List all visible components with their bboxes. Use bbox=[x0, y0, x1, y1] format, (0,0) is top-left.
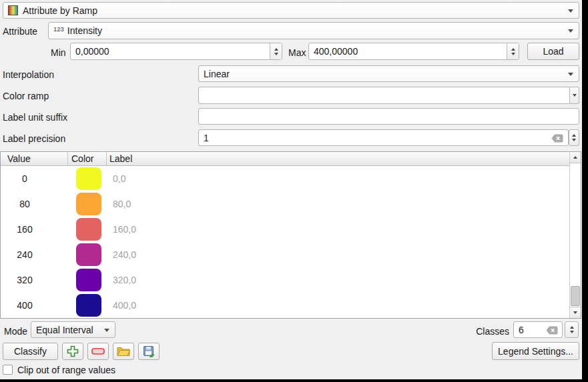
color-ramp-renderer-icon bbox=[8, 5, 18, 15]
class-label[interactable]: 0,0 bbox=[113, 166, 125, 191]
chevron-down-icon bbox=[568, 9, 573, 13]
add-class-button[interactable] bbox=[62, 343, 83, 360]
attribute-select[interactable]: 123 Intensity bbox=[48, 22, 579, 39]
mode-label: Mode bbox=[4, 326, 27, 337]
class-color-swatch[interactable] bbox=[76, 167, 101, 190]
scroll-up-button[interactable] bbox=[570, 152, 581, 163]
classes-table-body: 00,08080,0160160,0240240,0320320,0400400… bbox=[1, 166, 569, 318]
class-value[interactable]: 160 bbox=[1, 217, 49, 242]
table-vertical-scrollbar[interactable] bbox=[569, 152, 581, 318]
classes-label: Classes bbox=[440, 326, 509, 337]
numeric-field-icon: 123 bbox=[53, 25, 64, 33]
table-row[interactable]: 160160,0 bbox=[1, 217, 569, 242]
chevron-down-icon bbox=[573, 94, 577, 97]
header-color[interactable]: Color bbox=[68, 152, 107, 165]
min-spinbox[interactable] bbox=[70, 43, 282, 60]
label-precision-spin-buttons[interactable] bbox=[569, 129, 579, 146]
color-ramp-menu-button[interactable] bbox=[570, 87, 579, 104]
mode-value: Equal Interval bbox=[36, 325, 93, 335]
bottom-edge-strip bbox=[0, 379, 588, 382]
label-precision-input[interactable] bbox=[199, 130, 568, 145]
class-color-swatch[interactable] bbox=[76, 193, 101, 215]
class-label[interactable]: 240,0 bbox=[113, 242, 136, 267]
attribute-by-ramp-panel: Attribute by Ramp Attribute 123 Intensit… bbox=[0, 0, 588, 382]
class-value[interactable]: 400 bbox=[1, 293, 49, 318]
mode-select[interactable]: Equal Interval bbox=[31, 321, 115, 338]
min-input[interactable] bbox=[71, 43, 282, 59]
spin-up-icon[interactable] bbox=[572, 134, 576, 137]
folder-icon bbox=[117, 346, 130, 357]
clip-out-of-range-label: Clip out of range values bbox=[17, 365, 115, 375]
class-value[interactable]: 80 bbox=[1, 191, 49, 217]
table-row[interactable]: 240240,0 bbox=[1, 242, 569, 267]
header-value[interactable]: Value bbox=[1, 152, 68, 165]
spin-up-icon[interactable] bbox=[511, 48, 515, 51]
class-color-swatch[interactable] bbox=[76, 243, 101, 266]
load-classes-button[interactable] bbox=[113, 343, 134, 360]
scroll-down-icon bbox=[573, 311, 577, 314]
class-color-swatch[interactable] bbox=[76, 269, 101, 291]
min-spin-buttons[interactable] bbox=[270, 43, 282, 59]
scroll-down-button[interactable] bbox=[570, 307, 581, 318]
class-value[interactable]: 0 bbox=[1, 166, 49, 191]
spin-up-icon[interactable] bbox=[570, 326, 574, 329]
color-ramp-preview[interactable] bbox=[198, 87, 570, 104]
color-ramp-button[interactable] bbox=[198, 87, 579, 104]
max-spinbox[interactable] bbox=[308, 43, 519, 60]
class-value[interactable]: 240 bbox=[1, 242, 49, 267]
chevron-down-icon bbox=[104, 329, 109, 332]
class-label[interactable]: 400,0 bbox=[113, 293, 136, 318]
clear-field-icon[interactable] bbox=[551, 134, 563, 143]
classes-field[interactable] bbox=[513, 321, 563, 338]
interpolation-label: Interpolation bbox=[3, 69, 54, 80]
remove-class-button[interactable] bbox=[87, 343, 109, 360]
max-spin-buttons[interactable] bbox=[507, 43, 519, 59]
scrollbar-thumb[interactable] bbox=[571, 286, 580, 306]
renderer-type-select[interactable]: Attribute by Ramp bbox=[3, 2, 579, 19]
class-color-swatch[interactable] bbox=[76, 218, 101, 241]
classes-spin-buttons[interactable] bbox=[565, 321, 579, 338]
spin-down-icon[interactable] bbox=[570, 331, 574, 333]
max-label: Max bbox=[288, 47, 306, 58]
classify-button[interactable]: Classify bbox=[3, 343, 58, 360]
attribute-value: Intensity bbox=[67, 25, 102, 36]
attribute-label: Attribute bbox=[3, 26, 37, 37]
class-label[interactable]: 80,0 bbox=[113, 191, 131, 217]
plus-icon bbox=[67, 345, 79, 357]
spin-up-icon[interactable] bbox=[274, 48, 278, 51]
right-edge-strip bbox=[582, 0, 588, 382]
save-classes-button[interactable] bbox=[138, 343, 160, 360]
table-row[interactable]: 400400,0 bbox=[1, 293, 569, 318]
color-ramp-label: Color ramp bbox=[3, 91, 49, 101]
load-button[interactable]: Load bbox=[527, 43, 579, 60]
label-unit-suffix-label: Label unit suffix bbox=[3, 112, 67, 123]
renderer-settings-dialog: Attribute by Ramp Attribute 123 Intensit… bbox=[0, 0, 582, 379]
interpolation-select[interactable]: Linear bbox=[198, 65, 579, 82]
renderer-type-value: Attribute by Ramp bbox=[23, 5, 97, 16]
label-unit-suffix-field[interactable] bbox=[198, 108, 579, 125]
clear-field-icon[interactable] bbox=[546, 326, 558, 335]
legend-settings-button[interactable]: Legend Settings... bbox=[492, 342, 579, 360]
scroll-up-icon bbox=[573, 156, 577, 159]
label-unit-suffix-input[interactable] bbox=[199, 109, 579, 124]
class-label[interactable]: 160,0 bbox=[113, 217, 136, 242]
min-label: Min bbox=[51, 47, 66, 58]
spin-down-icon[interactable] bbox=[572, 139, 576, 141]
label-precision-field[interactable] bbox=[198, 129, 569, 146]
table-row[interactable]: 320320,0 bbox=[1, 267, 569, 293]
class-color-swatch[interactable] bbox=[76, 294, 101, 317]
save-icon bbox=[143, 345, 155, 357]
clip-out-of-range-checkbox[interactable] bbox=[3, 365, 13, 375]
table-row[interactable]: 8080,0 bbox=[1, 191, 569, 217]
class-value[interactable]: 320 bbox=[1, 267, 49, 293]
header-label[interactable]: Label bbox=[107, 152, 570, 165]
spin-down-icon[interactable] bbox=[511, 53, 515, 55]
spin-down-icon[interactable] bbox=[274, 53, 278, 55]
class-label[interactable]: 320,0 bbox=[113, 267, 136, 293]
interpolation-value: Linear bbox=[204, 69, 230, 79]
chevron-down-icon bbox=[568, 29, 573, 33]
max-input[interactable] bbox=[309, 43, 519, 59]
table-row[interactable]: 00,0 bbox=[1, 166, 569, 191]
chevron-down-icon bbox=[568, 73, 573, 76]
label-precision-label: Label precision bbox=[3, 133, 65, 144]
